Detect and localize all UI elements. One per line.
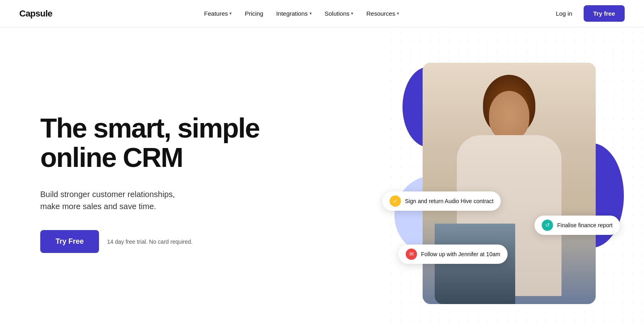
hero-cta-area: Try Free 14 day free trial. No card requ… <box>40 230 259 253</box>
chevron-down-icon: ▾ <box>397 11 399 16</box>
photo-small-content <box>435 224 515 304</box>
nav-item-solutions[interactable]: Solutions ▾ <box>319 7 359 20</box>
nav-item-integrations[interactable]: Integrations ▾ <box>270 7 317 20</box>
toast-sign-contract: ✓ Sign and return Audio Hive contract <box>382 191 501 211</box>
hero-main-photo: 👓 <box>423 63 596 304</box>
nav-links: Features ▾ Pricing Integrations ▾ Soluti… <box>198 7 405 20</box>
trial-info-text: 14 day free trial. No card required. <box>107 238 192 245</box>
hero-image-area: 👓 ✓ Sign and return Audio Hive contract … <box>411 63 612 304</box>
photo-overlay-small <box>435 224 515 304</box>
nav-item-pricing[interactable]: Pricing <box>239 7 269 20</box>
person-face: 👓 <box>489 91 529 139</box>
email-icon: ✉ <box>406 249 417 260</box>
hero-heading: The smart, simple online CRM <box>40 113 259 173</box>
hero-subtext: Build stronger customer relationships, m… <box>40 188 217 212</box>
navbar: Capsule Features ▾ Pricing Integrations … <box>0 0 644 27</box>
nav-actions: Log in Try free <box>551 5 625 22</box>
checkmark-icon: ✓ <box>390 195 401 207</box>
toast-finance-report: ↺ Finalise finance report <box>535 216 620 235</box>
hero-content-left: The smart, simple online CRM Build stron… <box>40 113 259 253</box>
login-link[interactable]: Log in <box>551 7 577 20</box>
hero-try-free-button[interactable]: Try Free <box>40 230 99 253</box>
logo[interactable]: Capsule <box>19 8 52 19</box>
nav-item-resources[interactable]: Resources ▾ <box>361 7 405 20</box>
nav-item-features[interactable]: Features ▾ <box>198 7 237 20</box>
nav-try-free-button[interactable]: Try free <box>584 5 625 22</box>
toast-follow-up: ✉ Follow up with Jennifer at 10am <box>398 245 508 264</box>
chevron-down-icon: ▾ <box>229 11 232 16</box>
refresh-icon: ↺ <box>542 220 553 231</box>
hero-section: The smart, simple online CRM Build stron… <box>0 27 644 331</box>
chevron-down-icon: ▾ <box>310 11 312 16</box>
chevron-down-icon: ▾ <box>351 11 353 16</box>
